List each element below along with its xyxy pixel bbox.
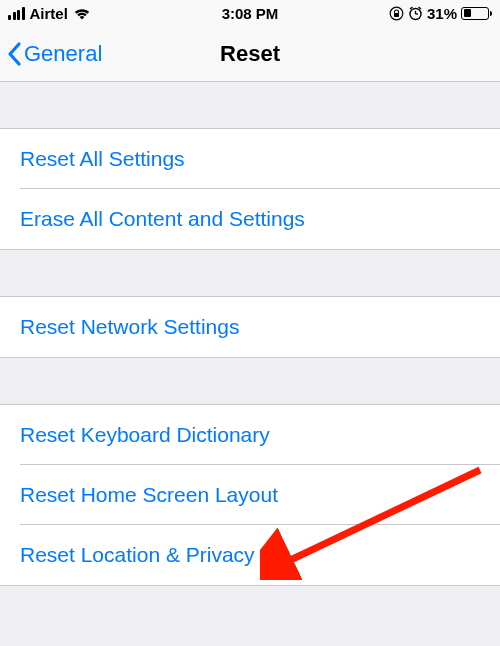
nav-bar: General Reset xyxy=(0,26,500,82)
reset-network-settings-row[interactable]: Reset Network Settings xyxy=(0,297,500,357)
erase-all-content-row[interactable]: Erase All Content and Settings xyxy=(0,189,500,249)
orientation-lock-icon xyxy=(389,6,404,21)
status-left: Airtel xyxy=(8,5,91,22)
reset-location-privacy-row[interactable]: Reset Location & Privacy xyxy=(0,525,500,585)
row-label: Reset Location & Privacy xyxy=(20,543,255,567)
row-label: Reset All Settings xyxy=(20,147,185,171)
row-label: Reset Network Settings xyxy=(20,315,239,339)
wifi-icon xyxy=(73,7,91,20)
svg-line-6 xyxy=(418,7,421,9)
reset-keyboard-dictionary-row[interactable]: Reset Keyboard Dictionary xyxy=(0,405,500,465)
signal-icon xyxy=(8,7,25,20)
carrier-label: Airtel xyxy=(30,5,68,22)
status-bar: Airtel 3:08 PM 31% xyxy=(0,0,500,26)
section-3: Reset Keyboard Dictionary Reset Home Scr… xyxy=(0,404,500,586)
row-label: Reset Home Screen Layout xyxy=(20,483,278,507)
page-title: Reset xyxy=(220,41,280,67)
svg-rect-1 xyxy=(394,13,399,17)
battery-percent: 31% xyxy=(427,5,457,22)
chevron-left-icon xyxy=(6,41,22,67)
status-time: 3:08 PM xyxy=(222,5,279,22)
status-right: 31% xyxy=(389,5,492,22)
section-2: Reset Network Settings xyxy=(0,296,500,358)
section-1: Reset All Settings Erase All Content and… xyxy=(0,128,500,250)
svg-line-5 xyxy=(410,7,413,9)
row-label: Reset Keyboard Dictionary xyxy=(20,423,270,447)
battery-fill xyxy=(464,9,471,17)
alarm-icon xyxy=(408,6,423,21)
back-button[interactable]: General xyxy=(6,41,102,67)
back-label: General xyxy=(24,41,102,67)
row-label: Erase All Content and Settings xyxy=(20,207,305,231)
content-area: Reset All Settings Erase All Content and… xyxy=(0,82,500,586)
reset-home-screen-layout-row[interactable]: Reset Home Screen Layout xyxy=(0,465,500,525)
reset-all-settings-row[interactable]: Reset All Settings xyxy=(0,129,500,189)
battery-icon xyxy=(461,7,492,20)
